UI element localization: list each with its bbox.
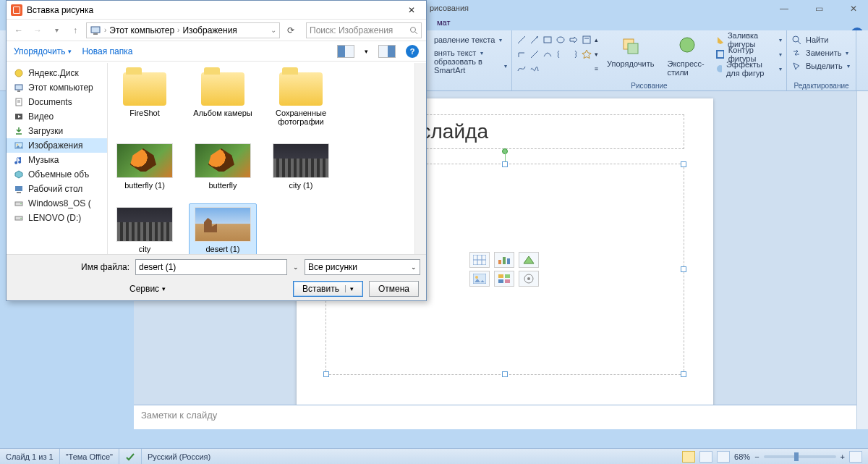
nav-back-button[interactable]: ← bbox=[11, 22, 27, 38]
nav-fwd-button[interactable]: → bbox=[30, 22, 46, 38]
zoom-slider[interactable] bbox=[764, 455, 836, 458]
file-filter-select[interactable]: Все рисунки⌄ bbox=[305, 259, 420, 275]
svg-point-44 bbox=[20, 203, 22, 205]
cancel-button[interactable]: Отмена bbox=[369, 281, 419, 297]
insert-chart-icon[interactable] bbox=[494, 252, 514, 268]
breadcrumb-root[interactable]: Этот компьютер bbox=[109, 25, 174, 35]
resize-handle-ne[interactable] bbox=[681, 161, 686, 167]
align-text-btn[interactable]: внять текст bbox=[434, 48, 476, 57]
file-item-5[interactable]: city (1) bbox=[267, 140, 335, 193]
nav-item-5[interactable]: Изображения bbox=[7, 138, 107, 153]
resize-handle-s[interactable] bbox=[502, 371, 508, 377]
spellcheck-icon[interactable] bbox=[119, 449, 142, 464]
file-item-2[interactable]: Сохраненные фотографии bbox=[267, 69, 335, 130]
minimize-button[interactable]: — bbox=[774, 2, 794, 15]
refresh-button[interactable]: ⟳ bbox=[283, 22, 299, 38]
select-button[interactable]: Выделить▾ bbox=[791, 59, 851, 72]
svg-point-3 bbox=[557, 37, 564, 43]
resize-handle-n[interactable] bbox=[502, 161, 508, 167]
normal-view-button[interactable] bbox=[682, 451, 695, 463]
nav-item-8[interactable]: Рабочий стол bbox=[7, 182, 107, 196]
convert-smartart-btn[interactable]: образовать в SmartArt bbox=[434, 57, 500, 75]
svg-rect-34 bbox=[17, 90, 20, 92]
text-direction-btn[interactable]: равление текста bbox=[434, 35, 495, 44]
organize-button[interactable]: Упорядочить▾ bbox=[14, 46, 72, 56]
insert-clipart-icon[interactable] bbox=[494, 271, 514, 287]
search-icon bbox=[409, 26, 418, 35]
slideshow-view-button[interactable] bbox=[717, 451, 730, 463]
nav-item-7[interactable]: Объемные объ bbox=[7, 167, 107, 182]
filename-dropdown[interactable]: ⌄ bbox=[293, 263, 299, 271]
maximize-button[interactable]: ▭ bbox=[809, 2, 829, 15]
svg-line-12 bbox=[798, 41, 801, 44]
insert-button[interactable]: Вставить▾ bbox=[293, 281, 363, 297]
nav-recent-button[interactable]: ▾ bbox=[48, 22, 64, 38]
sorter-view-button[interactable] bbox=[699, 451, 712, 463]
insert-smartart-icon[interactable] bbox=[519, 252, 539, 268]
nav-item-6[interactable]: Музыка bbox=[7, 153, 107, 167]
svg-rect-2 bbox=[544, 37, 551, 43]
search-field[interactable]: Поиск: Изображения bbox=[306, 22, 422, 38]
zoom-percent[interactable]: 68% bbox=[734, 452, 750, 461]
svg-rect-29 bbox=[93, 33, 98, 35]
filename-input[interactable] bbox=[135, 259, 287, 275]
file-item-4[interactable]: butterfly bbox=[189, 140, 257, 193]
view-mode-button[interactable] bbox=[337, 45, 354, 58]
notes-pane[interactable]: Заметки к слайду bbox=[134, 405, 868, 429]
file-label: Альбом камеры bbox=[193, 109, 252, 117]
close-button[interactable]: ✕ bbox=[843, 2, 864, 15]
file-item-6[interactable]: city bbox=[111, 203, 179, 254]
file-item-3[interactable]: butterfly (1) bbox=[111, 140, 179, 193]
dialog-nav-pane[interactable]: Яндекс.ДискЭтот компьютерDocumentsВидеоЗ… bbox=[7, 63, 108, 254]
file-list-pane[interactable]: FireShotАльбом камерыСохраненные фотогра… bbox=[108, 63, 414, 254]
quick-styles-button[interactable]: Экспресс-стили bbox=[663, 33, 711, 78]
tools-button[interactable]: Сервис▾ bbox=[129, 284, 166, 294]
pc-icon bbox=[90, 25, 101, 36]
nav-item-10[interactable]: LENOVO (D:) bbox=[7, 211, 107, 225]
resize-handle-e[interactable] bbox=[681, 266, 686, 272]
nav-item-4[interactable]: Загрузки bbox=[7, 124, 107, 138]
resize-handle-se[interactable] bbox=[681, 371, 686, 377]
dialog-scrollbar[interactable] bbox=[414, 63, 426, 254]
arrow-shape-icon bbox=[529, 35, 540, 45]
insert-picture-icon[interactable] bbox=[469, 271, 490, 287]
nav-item-2[interactable]: Documents bbox=[7, 95, 107, 109]
rect-shape-icon bbox=[542, 35, 553, 45]
file-item-1[interactable]: Альбом камеры bbox=[189, 69, 257, 130]
nav-item-3[interactable]: Видео bbox=[7, 109, 107, 124]
shape-fill-button[interactable]: Заливка фигуры▾ bbox=[715, 33, 782, 46]
new-folder-button[interactable]: Новая папка bbox=[82, 46, 132, 56]
find-button[interactable]: Найти bbox=[791, 33, 851, 46]
shape-effects-button[interactable]: Эффекты для фигур▾ bbox=[715, 62, 782, 75]
zoom-out[interactable]: − bbox=[754, 452, 759, 461]
breadcrumb-folder[interactable]: Изображения bbox=[182, 25, 237, 35]
preview-pane-button[interactable] bbox=[378, 45, 396, 58]
dialog-titlebar[interactable]: Вставка рисунка ✕ bbox=[7, 1, 426, 20]
resize-handle-sw[interactable] bbox=[323, 371, 329, 377]
file-item-0[interactable]: FireShot bbox=[111, 69, 179, 130]
zoom-in[interactable]: + bbox=[841, 452, 845, 461]
nav-item-0[interactable]: Яндекс.Диск bbox=[7, 66, 107, 80]
insert-media-icon[interactable] bbox=[519, 271, 539, 287]
nav-item-1[interactable]: Этот компьютер bbox=[7, 80, 107, 95]
svg-point-8 bbox=[680, 38, 694, 52]
language-indicator[interactable]: Русский (Россия) bbox=[142, 449, 216, 464]
breadcrumb[interactable]: › Этот компьютер › Изображения ⌄ bbox=[86, 22, 280, 38]
replace-button[interactable]: Заменить▾ bbox=[791, 46, 851, 59]
nav-up-button[interactable]: ↑ bbox=[67, 22, 83, 38]
vertical-scrollbar[interactable] bbox=[856, 91, 868, 429]
view-mode-dropdown[interactable]: ▾ bbox=[365, 48, 368, 55]
shape-outline-button[interactable]: Контур фигуры▾ bbox=[715, 48, 782, 61]
file-item-7[interactable]: desert (1) bbox=[189, 203, 257, 254]
dialog-help-button[interactable]: ? bbox=[406, 45, 419, 58]
ribbon-tab-format[interactable]: мат bbox=[430, 17, 457, 28]
fit-window-button[interactable] bbox=[849, 451, 862, 463]
insert-table-icon[interactable] bbox=[469, 252, 490, 268]
svg-point-32 bbox=[15, 69, 22, 77]
nav-item-9[interactable]: Windows8_OS ( bbox=[7, 196, 107, 211]
shapes-gallery[interactable]: ▴ ▾ ≡ bbox=[516, 33, 598, 78]
dialog-close-button[interactable]: ✕ bbox=[401, 3, 422, 17]
brace-icon bbox=[556, 49, 566, 59]
arrange-button[interactable]: Упорядочить bbox=[603, 33, 658, 78]
dialog-title: Вставка рисунка bbox=[27, 5, 93, 15]
